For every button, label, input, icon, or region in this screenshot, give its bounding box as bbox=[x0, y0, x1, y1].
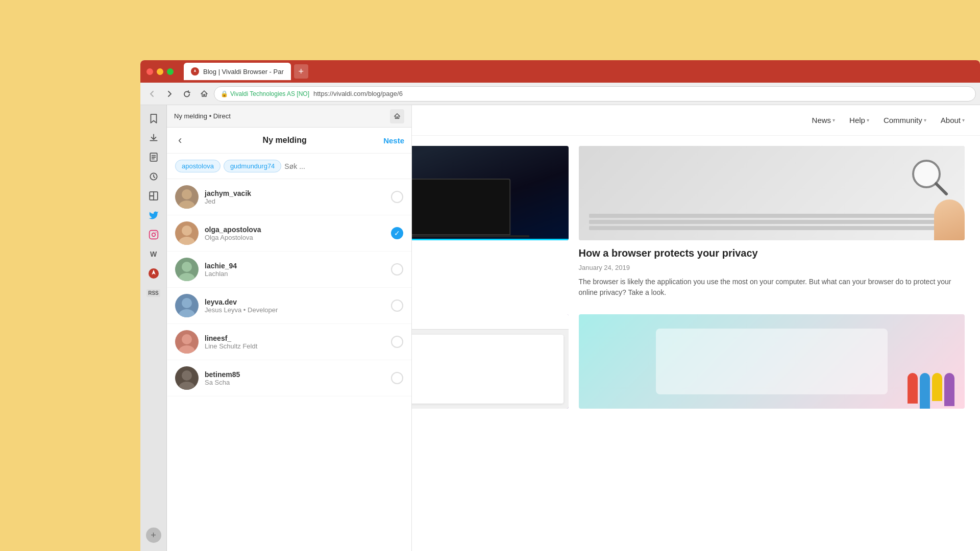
check-circle-5[interactable] bbox=[391, 372, 403, 384]
user-info-5: betinem85 Sa Scha bbox=[205, 370, 385, 386]
wikipedia-sidebar-icon[interactable]: W bbox=[144, 245, 163, 263]
maximize-button[interactable] bbox=[167, 68, 174, 75]
svg-point-17 bbox=[179, 382, 195, 390]
svg-point-7 bbox=[179, 201, 195, 209]
recipient-search-input[interactable] bbox=[284, 162, 403, 170]
nav-item-community[interactable]: Community ▾ bbox=[884, 116, 926, 124]
svg-point-5 bbox=[155, 232, 156, 233]
user-handle-0: jachym_vacik bbox=[205, 189, 385, 197]
user-item-1[interactable]: olga_apostolova Olga Apostolova ✓ bbox=[167, 215, 411, 252]
blog-card-date: January 24, 2019 bbox=[579, 264, 965, 271]
check-circle-1[interactable]: ✓ bbox=[391, 227, 403, 239]
avatar-1 bbox=[175, 221, 199, 245]
svg-line-19 bbox=[936, 184, 946, 194]
home-button[interactable] bbox=[197, 86, 212, 102]
close-button[interactable] bbox=[146, 68, 153, 75]
vivaldi-favicon bbox=[191, 67, 199, 76]
avatar-3 bbox=[175, 294, 199, 317]
nav-item-help[interactable]: Help ▾ bbox=[849, 116, 869, 124]
check-circle-3[interactable] bbox=[391, 299, 403, 312]
recipient-tag-0[interactable]: apostolova bbox=[175, 160, 220, 172]
user-name-4: Line Schultz Feldt bbox=[205, 342, 385, 350]
news-chevron: ▾ bbox=[832, 117, 835, 123]
user-info-2: lachie_94 Lachlan bbox=[205, 262, 385, 278]
compose-header: ‹ Ny melding Neste bbox=[167, 128, 411, 154]
user-handle-3: leyva.dev bbox=[205, 298, 385, 306]
panel-home-button[interactable] bbox=[390, 109, 404, 123]
blog-image-illustration bbox=[579, 314, 965, 409]
svg-rect-3 bbox=[149, 231, 158, 239]
instagram-sidebar-icon[interactable] bbox=[144, 226, 163, 244]
forward-button[interactable] bbox=[162, 86, 177, 102]
url-display: https://vivaldi.com/blog/page/6 bbox=[313, 90, 403, 97]
user-name-1: Olga Apostolova bbox=[205, 234, 385, 241]
user-item-0[interactable]: jachym_vacik Jed bbox=[167, 179, 411, 215]
user-name-5: Sa Scha bbox=[205, 379, 385, 386]
panel-header-title: Ny melding • Direct bbox=[174, 112, 231, 120]
user-info-4: lineesf_ Line Schultz Feldt bbox=[205, 334, 385, 350]
blog-card-body-right: How a browser protects your privacy Janu… bbox=[579, 240, 965, 304]
secure-badge: 🔒 Vivaldi Technologies AS [NO] bbox=[220, 90, 309, 97]
user-info-3: leyva.dev Jesus Leyva • Developer bbox=[205, 298, 385, 314]
blog-card-excerpt: The browser is likely the application yo… bbox=[579, 277, 965, 298]
twitter-sidebar-icon[interactable] bbox=[144, 206, 163, 224]
vivaldi-sidebar-icon[interactable] bbox=[144, 264, 163, 283]
svg-point-15 bbox=[179, 345, 195, 354]
user-list: jachym_vacik Jed olga_apostolova Olga Ap… bbox=[167, 179, 411, 551]
bookmark-sidebar-icon[interactable] bbox=[144, 109, 163, 128]
history-sidebar-icon[interactable] bbox=[144, 167, 163, 186]
avatar-2 bbox=[175, 258, 199, 281]
user-name-2: Lachlan bbox=[205, 270, 385, 278]
new-tab-button[interactable]: + bbox=[294, 64, 308, 79]
notes-sidebar-icon[interactable] bbox=[144, 148, 163, 166]
check-circle-2[interactable] bbox=[391, 263, 403, 276]
svg-point-4 bbox=[152, 233, 155, 237]
recipient-tag-1[interactable]: gudmundurg74 bbox=[224, 160, 281, 172]
check-circle-0[interactable] bbox=[391, 191, 403, 203]
address-bar[interactable]: 🔒 Vivaldi Technologies AS [NO] https://v… bbox=[214, 86, 976, 102]
nav-item-news[interactable]: News ▾ bbox=[812, 116, 836, 124]
next-button[interactable]: Neste bbox=[383, 136, 404, 145]
svg-point-13 bbox=[179, 309, 195, 317]
feedly-sidebar-icon[interactable]: RSS bbox=[144, 284, 163, 302]
nav-item-about[interactable]: About ▾ bbox=[941, 116, 965, 124]
traffic-lights bbox=[146, 68, 174, 75]
add-panel-button[interactable]: + bbox=[146, 528, 161, 543]
svg-point-8 bbox=[182, 226, 192, 236]
user-handle-4: lineesf_ bbox=[205, 334, 385, 342]
back-button[interactable] bbox=[144, 86, 160, 102]
active-tab[interactable]: Blog | Vivaldi Browser - Par bbox=[184, 63, 291, 80]
tab-title: Blog | Vivaldi Browser - Par bbox=[203, 68, 284, 76]
recipients-area: apostolova gudmundurg74 bbox=[167, 154, 411, 179]
user-item-5[interactable]: betinem85 Sa Scha bbox=[167, 360, 411, 396]
svg-point-16 bbox=[182, 370, 192, 381]
svg-point-9 bbox=[179, 237, 195, 245]
compose-back-button[interactable]: ‹ bbox=[174, 133, 186, 148]
navigation-bar: 🔒 Vivaldi Technologies AS [NO] https://v… bbox=[140, 83, 980, 105]
minimize-button[interactable] bbox=[157, 68, 163, 75]
reload-button[interactable] bbox=[179, 86, 194, 102]
org-name: Vivaldi Technologies AS [NO] bbox=[230, 90, 309, 97]
user-item-2[interactable]: lachie_94 Lachlan bbox=[167, 252, 411, 288]
blog-card-bottom-right bbox=[579, 314, 965, 409]
svg-point-14 bbox=[182, 334, 192, 344]
avatar-5 bbox=[175, 366, 199, 390]
about-chevron: ▾ bbox=[962, 117, 965, 123]
download-sidebar-icon[interactable] bbox=[144, 129, 163, 147]
title-bar: Blog | Vivaldi Browser - Par + bbox=[140, 60, 980, 83]
browser-body: W RSS + Ny melding • Direct bbox=[140, 105, 980, 551]
avatar-4 bbox=[175, 330, 199, 354]
svg-point-6 bbox=[182, 189, 192, 199]
panels-sidebar-icon[interactable] bbox=[144, 187, 163, 205]
user-item-3[interactable]: leyva.dev Jesus Leyva • Developer bbox=[167, 288, 411, 324]
browser-window: Blog | Vivaldi Browser - Par + 🔒 Vivaldi… bbox=[140, 60, 980, 551]
community-chevron: ▾ bbox=[924, 117, 926, 123]
user-handle-1: olga_apostolova bbox=[205, 226, 385, 234]
avatar-0 bbox=[175, 185, 199, 209]
check-circle-4[interactable] bbox=[391, 336, 403, 348]
user-info-1: olga_apostolova Olga Apostolova bbox=[205, 226, 385, 241]
user-handle-2: lachie_94 bbox=[205, 262, 385, 270]
help-chevron: ▾ bbox=[867, 117, 869, 123]
svg-point-11 bbox=[179, 273, 195, 281]
user-item-4[interactable]: lineesf_ Line Schultz Feldt bbox=[167, 324, 411, 360]
